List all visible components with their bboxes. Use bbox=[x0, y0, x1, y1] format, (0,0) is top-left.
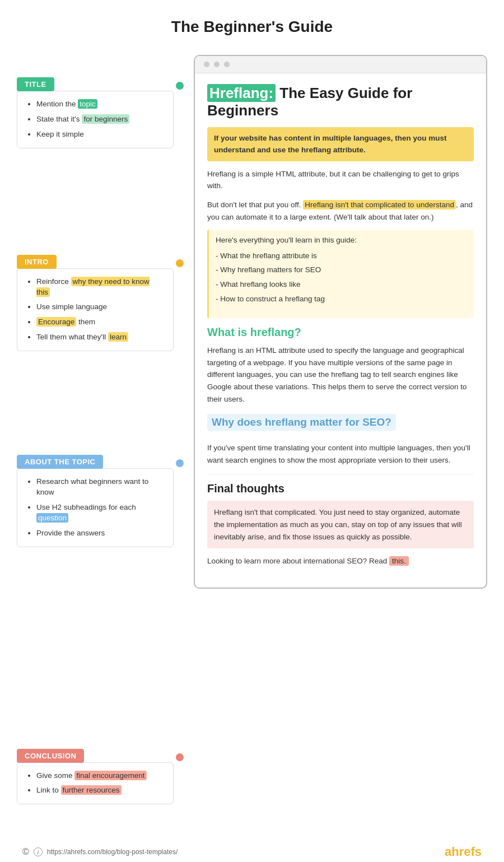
bullet-item-2: Why hreflang matters for SEO bbox=[216, 263, 467, 277]
read-more: Looking to learn more about internationa… bbox=[207, 555, 474, 567]
page-title: The Beginner's Guide bbox=[0, 0, 504, 49]
browser-bar bbox=[195, 56, 486, 73]
body-text-2: But don't let that put you off. Hreflang… bbox=[207, 199, 474, 223]
encourage-highlight: Encourage bbox=[36, 317, 76, 327]
intro-box: Reinforce why they need to know this Use… bbox=[17, 268, 174, 351]
read-more-prefix: Looking to learn more about internationa… bbox=[207, 557, 389, 565]
title-box: Mention the topic State that it's for be… bbox=[17, 91, 174, 148]
browser-window: Hreflang: The Easy Guide for Beginners I… bbox=[194, 55, 487, 589]
bullet-list: What the hreflang attribute is Why hrefl… bbox=[216, 249, 467, 306]
topic-item-3: Provide the answers bbox=[36, 528, 164, 539]
title-connector bbox=[176, 82, 184, 90]
intro-section: INTRO Reinforce why they need to know th… bbox=[17, 255, 174, 351]
topic-item-1: Research what beginners want to know bbox=[36, 477, 164, 498]
topic-body: Hreflang is an HTML attribute used to sp… bbox=[207, 344, 474, 405]
topic-item-2: Use H2 subheadings for each question bbox=[36, 502, 164, 524]
intro-label: INTRO bbox=[17, 255, 57, 269]
body-text-1: Hreflang is a simple HTML attribute, but… bbox=[207, 168, 474, 192]
topic-label: ABOUT THE TOPIC bbox=[17, 455, 103, 469]
further-highlight: further resources bbox=[61, 785, 122, 795]
title-section: TITLE Mention the topic State that it's … bbox=[17, 77, 174, 148]
beginners-highlight: for beginners bbox=[82, 114, 129, 124]
sidebar: TITLE Mention the topic State that it's … bbox=[17, 49, 174, 821]
h2-green: What is hreflang? bbox=[207, 326, 474, 339]
topic-section: ABOUT THE TOPIC Research what beginners … bbox=[17, 455, 174, 547]
bullet-item-3: What hreflang looks like bbox=[216, 277, 467, 292]
intro-item-1: Reinforce why they need to know this bbox=[36, 277, 164, 298]
body2-prefix: But don't let that put you off. bbox=[207, 201, 303, 209]
main-layout: TITLE Mention the topic State that it's … bbox=[0, 49, 504, 821]
title-item-2: State that it's for beginners bbox=[36, 114, 164, 125]
conclusion-label: CONCLUSION bbox=[17, 749, 84, 763]
learn-box: Here's everything you'll learn in this g… bbox=[207, 230, 474, 318]
intro-item-2: Use simple language bbox=[36, 302, 164, 313]
browser-dot-2 bbox=[214, 62, 220, 67]
title-item-3: Keep it simple bbox=[36, 129, 164, 140]
browser-content: Hreflang: The Easy Guide for Beginners I… bbox=[195, 73, 486, 588]
learn-label: Here's everything you'll learn in this g… bbox=[216, 234, 467, 246]
conclusion-box: Give some final encouragement Link to fu… bbox=[17, 762, 174, 805]
conclusion-connector bbox=[176, 753, 184, 761]
footer-url: https://ahrefs.com/blog/blog-post-templa… bbox=[47, 848, 178, 856]
info-icon: i bbox=[34, 847, 43, 856]
conclusion-item-2: Link to further resources bbox=[36, 785, 164, 796]
title-label: TITLE bbox=[17, 77, 54, 91]
learn-highlight: learn bbox=[108, 332, 128, 342]
footer: © i https://ahrefs.com/blog/blog-post-te… bbox=[0, 835, 504, 862]
browser-dot-3 bbox=[224, 62, 230, 67]
topic-highlight: topic bbox=[78, 99, 97, 109]
divider bbox=[207, 474, 474, 474]
intro-highlight-box: If your website has content in multiple … bbox=[207, 127, 474, 161]
footer-brand: ahrefs bbox=[445, 845, 482, 859]
article-title: Hreflang: The Easy Guide for Beginners bbox=[207, 85, 474, 119]
question-highlight: question bbox=[36, 513, 68, 523]
h2-black: Final thoughts bbox=[207, 482, 474, 495]
topic-connector bbox=[176, 459, 184, 467]
bullet-item-4: How to construct a hreflang tag bbox=[216, 292, 467, 306]
read-more-link[interactable]: this. bbox=[389, 556, 409, 566]
intro-connector bbox=[176, 259, 184, 267]
final-highlight: final encouragement bbox=[74, 771, 146, 780]
bullet-item-1: What the hreflang attribute is bbox=[216, 249, 467, 263]
why-highlight: why they need to know this bbox=[36, 277, 150, 297]
article-title-prefix: Hreflang: bbox=[207, 84, 276, 102]
body2-highlight: Hreflang isn't that complicated to under… bbox=[303, 200, 456, 209]
cc-icon: © bbox=[22, 847, 29, 857]
footer-left: © i https://ahrefs.com/blog/blog-post-te… bbox=[22, 847, 178, 857]
title-item-1: Mention the topic bbox=[36, 99, 164, 110]
conclusion-highlight-box: Hreflang isn't that complicated. You jus… bbox=[207, 501, 474, 548]
browser-dot-1 bbox=[204, 62, 209, 67]
browser-container: Hreflang: The Easy Guide for Beginners I… bbox=[194, 55, 487, 589]
seo-body: If you've spent time translating your co… bbox=[207, 442, 474, 466]
topic-box: Research what beginners want to know Use… bbox=[17, 468, 174, 547]
conclusion-item-1: Give some final encouragement bbox=[36, 771, 164, 781]
conclusion-section: CONCLUSION Give some final encouragement… bbox=[17, 749, 174, 805]
h2-blue: Why does hreflang matter for SEO? bbox=[207, 414, 396, 431]
intro-item-4: Tell them what they'll learn bbox=[36, 332, 164, 343]
intro-item-3: Encourage them bbox=[36, 317, 164, 328]
